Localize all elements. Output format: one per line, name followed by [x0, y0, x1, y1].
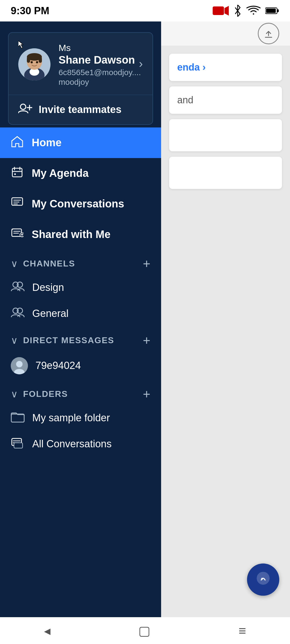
wifi-icon: [247, 5, 260, 16]
dm-chevron-icon[interactable]: ∨: [11, 335, 18, 346]
profile-card[interactable]: Ms Shane Dawson 6c8565e1@moodjoy.... moo…: [8, 32, 153, 125]
svg-rect-3: [277, 9, 279, 12]
channel-group2-icon: [11, 306, 25, 321]
svg-marker-5: [18, 41, 23, 48]
channels-add-icon[interactable]: +: [143, 257, 150, 270]
nav-items: Home My Agenda: [0, 125, 161, 617]
sidebar-item-conversations-label: My Conversations: [32, 198, 124, 210]
svg-rect-12: [39, 57, 42, 63]
profile-name: Shane Dawson: [59, 53, 143, 66]
folders-chevron-icon[interactable]: ∨: [11, 389, 18, 400]
folder-item-sample[interactable]: My sample folder: [0, 405, 161, 431]
all-conversations-item[interactable]: All Conversations: [0, 431, 161, 457]
folders-header-left: ∨ FOLDERS: [11, 389, 68, 400]
status-time: 9:30 PM: [11, 5, 49, 17]
svg-rect-40: [11, 414, 24, 422]
sidebar-item-agenda[interactable]: My Agenda: [0, 158, 161, 189]
dm-79e94024-label: 79e94024: [35, 360, 81, 371]
all-conversations-label: All Conversations: [32, 438, 112, 450]
back-button[interactable]: ◂: [39, 618, 56, 643]
avatar: [18, 48, 50, 80]
sidebar-item-home-label: Home: [32, 137, 61, 149]
sidebar-item-agenda-label: My Agenda: [32, 167, 89, 179]
bottom-bar: ◂ ▢ ≡: [0, 617, 290, 644]
fab-button[interactable]: [247, 564, 279, 596]
sidebar-item-home[interactable]: Home: [0, 127, 161, 158]
right-panel-content: enda › and: [161, 46, 290, 617]
folders-section-header: ∨ FOLDERS +: [0, 380, 161, 405]
svg-point-14: [36, 61, 38, 63]
invite-teammates-row[interactable]: Invite teammates: [9, 95, 153, 124]
and-card: and: [169, 86, 282, 114]
svg-point-38: [16, 361, 23, 367]
right-panel-header: [161, 21, 290, 46]
profile-text: Ms Shane Dawson 6c8565e1@moodjoy.... moo…: [59, 42, 143, 87]
svg-point-22: [14, 173, 16, 175]
empty-card-1: [169, 119, 282, 151]
profile-workspace: moodjoy: [59, 78, 143, 87]
right-panel: enda › and: [161, 21, 290, 617]
shared-icon: [11, 227, 24, 242]
sidebar-item-conversations[interactable]: My Conversations: [0, 189, 161, 219]
agenda-link[interactable]: enda ›: [177, 62, 206, 73]
svg-rect-11: [27, 57, 30, 63]
camera-icon: [213, 5, 229, 16]
svg-point-13: [31, 61, 33, 63]
fab-icon: [256, 571, 271, 589]
dm-header-left: ∨ DIRECT MESSAGES: [11, 335, 114, 346]
conversations-icon: [11, 196, 24, 212]
main-layout: Ms Shane Dawson 6c8565e1@moodjoy.... moo…: [0, 21, 290, 617]
menu-button[interactable]: ≡: [233, 618, 251, 643]
cursor-icon: [18, 41, 26, 49]
sidebar: Ms Shane Dawson 6c8565e1@moodjoy.... moo…: [0, 21, 161, 617]
channel-group-icon: [11, 280, 25, 295]
svg-rect-0: [213, 6, 224, 15]
and-text: and: [177, 94, 193, 105]
channels-title: CHANNELS: [23, 259, 75, 269]
sidebar-item-shared-label: Shared with Me: [32, 228, 110, 240]
folder-sample-label: My sample folder: [32, 412, 110, 424]
bluetooth-icon: [234, 5, 242, 17]
upload-icon[interactable]: [258, 23, 279, 44]
status-icons: [213, 5, 279, 17]
dm-title: DIRECT MESSAGES: [23, 335, 114, 345]
dm-add-icon[interactable]: +: [143, 334, 150, 347]
all-conversations-icon: [11, 437, 25, 451]
profile-email: 6c8565e1@moodjoy....: [59, 68, 143, 77]
sidebar-item-shared[interactable]: Shared with Me: [0, 219, 161, 250]
invite-teammates-label: Invite teammates: [39, 104, 121, 115]
agenda-card: enda ›: [169, 54, 282, 81]
svg-rect-44: [14, 443, 23, 448]
dm-item-79e94024[interactable]: 79e94024: [0, 351, 161, 380]
folders-title: FOLDERS: [23, 389, 68, 399]
profile-info[interactable]: Ms Shane Dawson 6c8565e1@moodjoy.... moo…: [9, 33, 153, 95]
folder-icon: [11, 411, 25, 425]
profile-title: Ms: [59, 42, 143, 53]
invite-icon: [18, 103, 32, 117]
svg-point-46: [261, 578, 263, 580]
channel-design-label: Design: [32, 282, 64, 293]
svg-rect-4: [266, 9, 276, 13]
channels-chevron-icon[interactable]: ∨: [11, 258, 18, 269]
folders-add-icon[interactable]: +: [143, 388, 150, 401]
channels-section-header: ∨ CHANNELS +: [0, 250, 161, 275]
battery-icon: [265, 7, 279, 15]
agenda-icon: [11, 166, 24, 181]
home-button[interactable]: ▢: [133, 618, 156, 643]
svg-rect-18: [12, 168, 22, 177]
profile-chevron-icon[interactable]: ›: [139, 57, 143, 70]
channel-item-general[interactable]: General: [0, 301, 161, 327]
dm-avatar: [11, 357, 28, 374]
empty-card-2: [169, 157, 282, 189]
channels-header-left: ∨ CHANNELS: [11, 258, 75, 269]
channel-item-design[interactable]: Design: [0, 275, 161, 301]
svg-marker-1: [224, 6, 229, 16]
status-bar: 9:30 PM: [0, 0, 290, 21]
dm-section-header: ∨ DIRECT MESSAGES +: [0, 327, 161, 351]
svg-point-15: [20, 104, 26, 109]
home-icon: [11, 135, 24, 151]
channel-general-label: General: [32, 308, 68, 319]
